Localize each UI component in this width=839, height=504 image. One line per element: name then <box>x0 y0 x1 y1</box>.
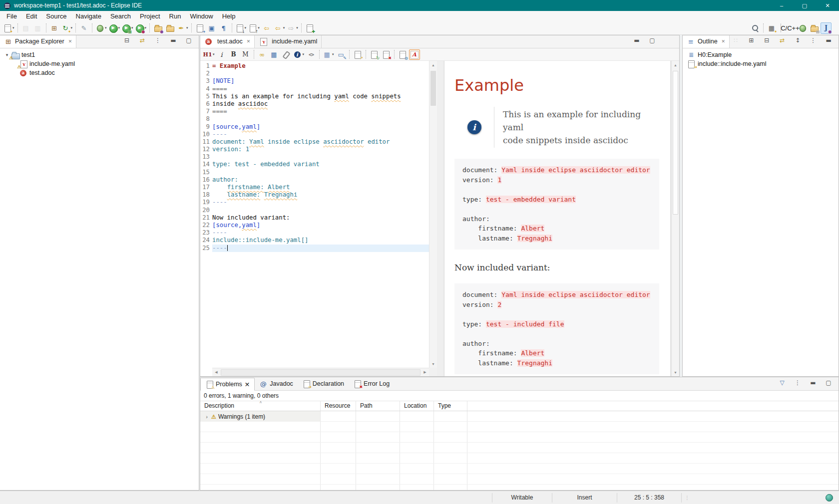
run-dropdown-icon[interactable]: ▾ <box>118 26 120 30</box>
table-button[interactable]: ▦ <box>269 49 280 60</box>
profile-button[interactable]: ▶●▾ <box>135 22 147 34</box>
code-line[interactable]: ---- <box>212 229 429 237</box>
scroll-down-icon[interactable]: ▼ <box>672 368 679 376</box>
code-line[interactable]: = Example <box>212 62 429 70</box>
collapse-all-button[interactable]: ⊟ <box>761 35 772 46</box>
code-line[interactable]: ==== <box>212 108 429 115</box>
forward-button[interactable]: ⇨▾ <box>286 22 299 34</box>
admonition-button[interactable]: ▾ <box>293 49 305 60</box>
source-horizontal-scrollbar[interactable]: ◀ ▶ <box>212 368 429 376</box>
tree-item-include-me-yaml[interactable]: ⚠include-me.yaml <box>0 59 199 68</box>
validate-button[interactable]: ✖ <box>381 49 392 60</box>
link-button[interactable]: ∞ <box>257 49 268 60</box>
debug-dropdown-icon[interactable]: ▾ <box>105 26 107 30</box>
heading-level-dropdown-icon[interactable]: ▾ <box>213 52 215 56</box>
refresh-preview-button[interactable]: ↻ <box>369 49 380 60</box>
menu-run[interactable]: Run <box>165 11 186 21</box>
close-icon[interactable]: ✕ <box>247 39 251 44</box>
code-line[interactable]: [source,yaml] <box>212 123 429 131</box>
scroll-up-icon[interactable]: ▲ <box>429 61 437 69</box>
pin-editor-button[interactable]: ✚ <box>304 22 315 34</box>
new-button[interactable]: ✦▾ <box>2 22 15 34</box>
highlighter-button[interactable]: ✒▾ <box>176 22 189 34</box>
outline-item-include[interactable]: ➔include::include-me.yaml <box>683 59 839 68</box>
code-line[interactable] <box>212 153 429 161</box>
previous-edit-location-button[interactable]: ↑▾ <box>248 22 260 34</box>
bold-button[interactable]: B <box>228 49 239 60</box>
italic-button[interactable]: i <box>216 49 227 60</box>
back-button[interactable]: ⇦▾ <box>273 22 286 34</box>
menu-search[interactable]: Search <box>106 11 135 21</box>
minimize-button[interactable]: – <box>770 0 793 11</box>
code-line[interactable]: [source,yaml] <box>212 222 429 229</box>
close-button[interactable]: ✕ <box>816 0 839 11</box>
scrollbar-thumb[interactable] <box>221 369 420 376</box>
close-icon[interactable]: ✕ <box>722 39 726 44</box>
view-menu-button[interactable]: ⋮ <box>152 35 163 46</box>
close-icon[interactable]: ✕ <box>245 381 250 388</box>
tree-item-test1[interactable]: ▾⚠test1 <box>0 50 199 59</box>
close-icon[interactable]: ✕ <box>68 39 72 44</box>
menu-navigate[interactable]: Navigate <box>71 11 106 21</box>
source-vertical-scrollbar[interactable]: ▲ ▼ <box>429 61 437 368</box>
java-perspective-button[interactable]: J● <box>821 22 832 34</box>
minimize-button[interactable]: ▬ <box>823 35 834 46</box>
code-line[interactable]: ---- <box>212 199 429 206</box>
minimize-button[interactable]: ▬ <box>631 35 642 46</box>
editor-tab-include-me-yaml[interactable]: include-me.yaml <box>255 35 322 48</box>
scroll-right-icon[interactable]: ▶ <box>421 370 429 374</box>
code-line[interactable] <box>212 169 429 176</box>
code-line[interactable]: author: <box>212 176 429 184</box>
maximize-button[interactable]: ▢ <box>647 35 658 46</box>
filters-button[interactable]: ↕ <box>792 35 803 46</box>
current-line[interactable]: ---- <box>212 245 429 252</box>
maximize-button[interactable]: ▢ <box>823 377 834 388</box>
code-line[interactable]: ---- <box>212 131 429 138</box>
tab-javadoc[interactable]: @Javadoc <box>255 377 298 390</box>
cpp-perspective-button[interactable]: C/C++ <box>785 22 796 34</box>
code-line[interactable]: type: test - embedded variant <box>212 161 429 168</box>
tab-problems[interactable]: ⚠Problems✕ <box>200 378 255 391</box>
refresh-button[interactable]: ↻✦▾ <box>61 22 73 34</box>
build-all-button[interactable]: ⊞ <box>49 22 60 34</box>
code-line[interactable]: Now included variant: <box>212 214 429 222</box>
open-browser-button[interactable]: ◍ <box>397 49 408 60</box>
toggle-preview-button[interactable]: ▭✎ <box>336 49 347 60</box>
open-element-button[interactable]: ➔ <box>194 22 205 34</box>
code-line[interactable]: version: 1 <box>212 146 429 153</box>
show-whitespace-button[interactable]: ¶ <box>218 22 229 34</box>
highlighter-dropdown-icon[interactable]: ▾ <box>186 26 188 30</box>
code-line[interactable]: lastname: Tregnaghi <box>212 191 429 199</box>
tree-item-test-adoc[interactable]: test.adoc <box>0 68 199 77</box>
open-in-external-button[interactable]: ↗ <box>352 49 363 60</box>
last-edit-location-button[interactable]: ↓▾ <box>235 22 247 34</box>
export-pdf-button[interactable]: A <box>409 49 420 60</box>
tab-error-log[interactable]: ✖Error Log <box>349 377 394 390</box>
column-header-location[interactable]: Location <box>400 401 434 411</box>
show-source-button[interactable]: ▣ <box>206 22 217 34</box>
menu-file[interactable]: File <box>2 11 21 21</box>
column-header-type[interactable]: Type <box>434 401 467 411</box>
editor-tab-test-adoc[interactable]: test.adoc✕ <box>200 35 255 48</box>
maximize-button[interactable]: ▢ <box>183 35 194 46</box>
scroll-up-icon[interactable]: ▲ <box>672 61 679 69</box>
view-tab-package-explorer[interactable]: ⊞Package Explorer✕ <box>0 35 76 48</box>
code-line[interactable]: [NOTE] <box>212 77 429 85</box>
code-line[interactable] <box>212 115 429 123</box>
scroll-left-icon[interactable]: ◀ <box>212 370 220 374</box>
link-with-editor-button[interactable]: ⇄ <box>137 35 148 46</box>
code-block-button[interactable]: <> <box>306 49 317 60</box>
outline-item-heading[interactable]: ≣H0:Example <box>683 50 839 59</box>
link-with-editor-button[interactable]: ⇄ <box>777 35 788 46</box>
view-menu-button[interactable]: ⋮ <box>808 35 819 46</box>
minimize-button[interactable]: ▬ <box>168 35 179 46</box>
column-header-resource[interactable]: Resource <box>321 401 356 411</box>
open-resource-button[interactable] <box>164 22 175 34</box>
preview-layout-button[interactable]: ▦▾ <box>322 49 335 60</box>
tab-declaration[interactable]: ➔Declaration <box>298 377 349 390</box>
pin-tool-button[interactable]: ✎ <box>78 22 89 34</box>
editor-preview-sash[interactable] <box>437 61 443 376</box>
view-tab-outline[interactable]: ≡Outline✕ <box>683 35 730 48</box>
collapse-all-button[interactable]: ⊟ <box>121 35 132 46</box>
code-line[interactable]: include::include-me.yaml[] <box>212 237 429 244</box>
